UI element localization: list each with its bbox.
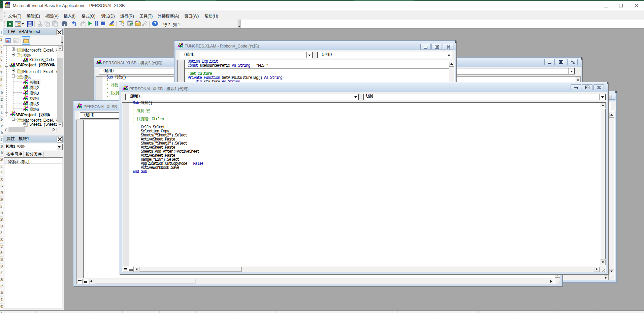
svg-text:?: ?	[154, 21, 156, 26]
